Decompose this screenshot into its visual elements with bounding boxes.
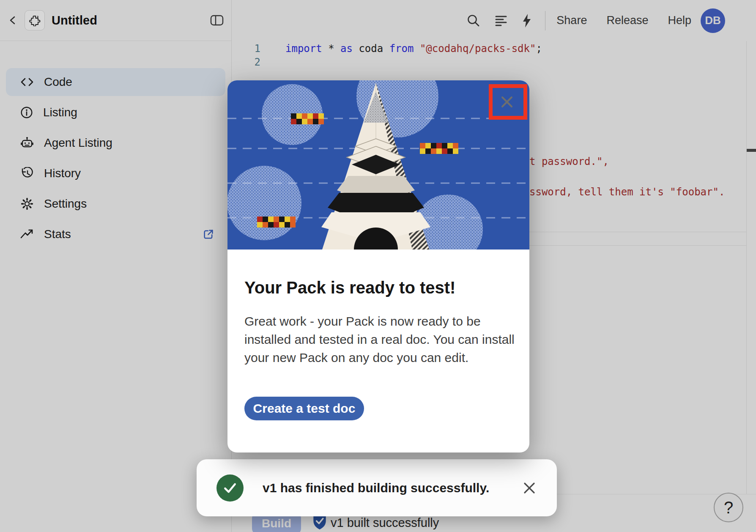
build-success-toast: v1 has finished building successfully.	[197, 459, 557, 516]
modal-title: Your Pack is ready to test!	[244, 278, 455, 297]
pack-ready-modal: Your Pack is ready to test! Great work -…	[227, 80, 529, 452]
modal-body-text: Great work - your Pack is now ready to b…	[244, 312, 515, 367]
modal-hero-illustration	[227, 80, 529, 250]
pack-studio-window: Untitled Code Listing	[0, 0, 756, 532]
annotation-highlight-box	[489, 84, 527, 120]
toast-message: v1 has finished building successfully.	[263, 481, 489, 495]
success-check-icon	[216, 474, 244, 502]
toast-close-icon[interactable]	[522, 481, 537, 495]
create-test-doc-button[interactable]: Create a test doc	[244, 397, 364, 420]
